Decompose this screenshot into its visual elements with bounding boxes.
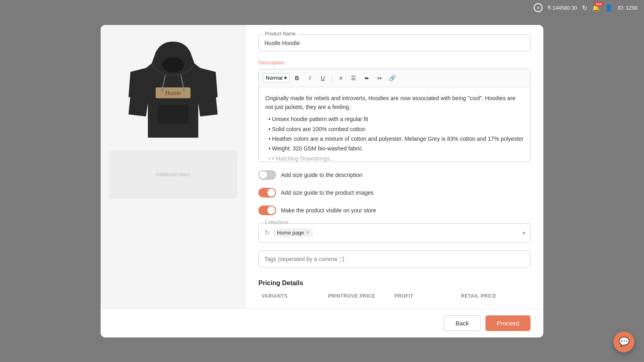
bold-button[interactable]: B	[291, 72, 303, 84]
bell-badge: 164	[594, 2, 603, 6]
underline-button[interactable]: U	[317, 72, 328, 84]
toggle-size-guide-description-row: Add size guide to the description	[258, 170, 530, 180]
svg-point-7	[182, 88, 186, 92]
collections-input[interactable]: ↻ Home page ✕ ▾	[258, 223, 530, 243]
collections-refresh-icon[interactable]: ↻	[264, 229, 270, 237]
toggle-product-visible[interactable]	[258, 206, 276, 215]
description-section: Description Normal ▾ B I U ≡	[258, 60, 530, 162]
toggle-product-visible-row: Make the product visible on your store	[258, 206, 530, 215]
chevron-down-icon: ▾	[284, 75, 287, 81]
chat-button[interactable]: 💬	[613, 331, 634, 352]
svg-point-6	[161, 88, 164, 92]
product-thumbnail-strip: Additional views	[109, 150, 237, 199]
link-button[interactable]: 🔗	[387, 72, 398, 84]
chat-icon: 💬	[619, 337, 630, 347]
italic-button[interactable]: I	[304, 72, 316, 84]
toggle-knob	[267, 206, 275, 214]
svg-rect-1	[157, 105, 188, 124]
modal-body: Hustle Additional views Product Name	[101, 25, 543, 309]
product-form-panel: Product Name Description Normal ▾ B	[246, 25, 543, 309]
align-left-button[interactable]: ⬌	[361, 72, 372, 84]
product-name-field: Product Name	[258, 35, 530, 51]
toggle-knob	[259, 171, 267, 179]
hoodie-svg: Hustle	[125, 37, 221, 142]
user-id: ID: 1298	[618, 5, 638, 11]
svg-point-0	[162, 57, 184, 73]
list-item: Heather colors are a mixture of cotton a…	[268, 134, 524, 143]
toggle-size-guide-images[interactable]	[258, 188, 276, 197]
toggle-knob	[267, 189, 275, 197]
toggle-size-guide-description-label: Add size guide to the description	[281, 172, 362, 178]
col-printrove-price: PRINTROVE PRICE	[328, 293, 394, 299]
product-image-panel: Hustle Additional views	[101, 25, 246, 309]
collections-chevron-icon: ▾	[522, 230, 525, 236]
collection-chip-remove[interactable]: ✕	[305, 230, 309, 235]
user-icon[interactable]: 👤	[605, 4, 613, 12]
collection-chip: Home page ✕	[273, 228, 313, 237]
product-modal: Hustle Additional views Product Name	[101, 25, 543, 337]
proceed-button[interactable]: Proceed	[485, 315, 530, 331]
col-retail-price: RETAIL PRICE	[461, 293, 527, 299]
toggle-size-guide-description[interactable]	[258, 170, 276, 180]
product-image-main: Hustle	[121, 33, 225, 146]
editor-container: Normal ▾ B I U ≡ ☰ ⬌ ⇔ 🔗	[258, 69, 530, 162]
description-paragraph: Originally made for rebels and introvert…	[265, 94, 524, 112]
description-list: Unisex hoodie pattern with a regular fit…	[265, 115, 524, 161]
collections-field: Collections ↻ Home page ✕ ▾	[258, 223, 530, 243]
toolbar-divider	[332, 74, 332, 82]
list-item: Solid colors are 100% combed cotton	[268, 125, 524, 134]
notifications-bell[interactable]: 🔔 164	[592, 4, 600, 12]
tags-input[interactable]	[258, 251, 530, 267]
col-variants: VARIANTS	[262, 293, 328, 299]
back-button[interactable]: Back	[444, 315, 481, 331]
top-bar: + ₹-144580.30 ↻ 🔔 164 👤 ID: 1298	[527, 0, 644, 15]
list-item: • Matching Drawstrings...	[268, 154, 524, 162]
svg-text:Hustle: Hustle	[164, 89, 181, 96]
toggle-product-visible-label: Make the product visible on your store	[281, 207, 376, 214]
align-right-button[interactable]: ⇔	[374, 72, 385, 84]
add-balance-icon[interactable]: +	[534, 3, 543, 12]
balance-display: ₹-144580.30	[547, 5, 577, 11]
list-item: Unisex hoodie pattern with a regular fit	[268, 115, 524, 123]
modal-backdrop: Hustle Additional views Product Name	[0, 0, 644, 362]
list-item: Weight: 320 GSM bio-washed fabric	[268, 144, 524, 153]
pricing-title: Pricing Details	[258, 280, 530, 287]
product-name-input[interactable]	[258, 35, 530, 51]
modal-footer: Back Proceed	[101, 309, 543, 337]
toggle-size-guide-images-label: Add size guide to the product images	[281, 189, 374, 196]
pricing-table-header: VARIANTS PRINTROVE PRICE PROFIT RETAIL P…	[258, 293, 530, 299]
refresh-icon[interactable]: ↻	[582, 4, 587, 12]
editor-toolbar: Normal ▾ B I U ≡ ☰ ⬌ ⇔ 🔗	[259, 69, 530, 87]
unordered-list-button[interactable]: ☰	[348, 72, 359, 84]
toggle-size-guide-images-row: Add size guide to the product images	[258, 188, 530, 197]
product-name-label: Product Name	[263, 31, 297, 37]
description-label: Description	[258, 60, 530, 66]
ordered-list-button[interactable]: ≡	[335, 72, 347, 84]
pricing-section: Pricing Details VARIANTS PRINTROVE PRICE…	[258, 276, 530, 299]
col-profit: PROFIT	[394, 293, 461, 299]
format-select[interactable]: Normal ▾	[263, 73, 290, 82]
editor-content[interactable]: Originally made for rebels and introvert…	[259, 87, 530, 162]
